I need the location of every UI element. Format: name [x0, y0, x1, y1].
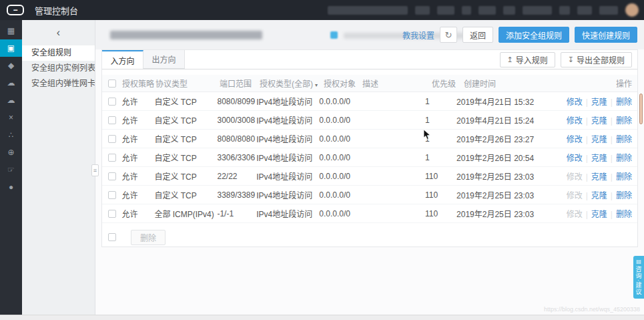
- filter-caret-icon[interactable]: ▾: [315, 82, 318, 88]
- row-checkbox[interactable]: [108, 191, 116, 199]
- import-rules-button[interactable]: ↥ 导入规则: [500, 52, 555, 67]
- action-separator: |: [611, 210, 613, 219]
- action-separator: |: [611, 172, 613, 182]
- edit-tag-icon[interactable]: [330, 31, 338, 39]
- sidebar-item-instances-in-group[interactable]: 安全组内实例列表: [22, 61, 95, 76]
- topbar-item-blurred[interactable]: [478, 6, 496, 15]
- topbar-item-blurred[interactable]: [523, 6, 552, 15]
- cell-created-time: 2019年4月21日 15:24: [456, 114, 567, 126]
- delete-link[interactable]: 删除: [616, 135, 632, 144]
- shield-icon[interactable]: ◆: [0, 57, 22, 74]
- upload-icon: ↥: [507, 55, 513, 64]
- topbar-item-blurred[interactable]: [503, 6, 515, 15]
- cloud-disk-icon[interactable]: ☁: [0, 92, 22, 109]
- cell-port-range: -1/-1: [217, 209, 256, 218]
- cell-protocol: 自定义 TCP: [154, 170, 217, 182]
- cell-port-range: 8080/8080: [217, 134, 256, 144]
- clone-link[interactable]: 克隆: [591, 191, 607, 200]
- topbar-item-blurred[interactable]: [577, 6, 592, 15]
- cloud-console-logo-icon[interactable]: −: [7, 5, 24, 15]
- action-separator: |: [586, 135, 588, 144]
- row-checkbox[interactable]: [108, 210, 116, 218]
- cell-policy: 允许: [121, 114, 154, 126]
- column-header-port: 端口范围: [220, 77, 260, 89]
- modify-link[interactable]: 修改: [567, 191, 583, 200]
- topbar-item-blurred[interactable]: [415, 6, 430, 15]
- table-body: 允许自定义 TCP8080/8099IPv4地址段访问0.0.0.0/01201…: [102, 92, 637, 223]
- clone-link[interactable]: 克隆: [591, 154, 607, 163]
- vertical-scrollbar-thumb[interactable]: [639, 94, 643, 124]
- row-checkbox-cell: [102, 98, 121, 106]
- cell-port-range: 3306/3306: [217, 153, 256, 162]
- modify-link[interactable]: 修改: [567, 98, 583, 107]
- teach-me-setup-link[interactable]: 教我设置: [402, 29, 434, 41]
- feedback-tab[interactable]: ▤ 咨询·建议: [633, 256, 644, 299]
- apps-grid-icon[interactable]: ▦: [0, 22, 22, 39]
- row-checkbox[interactable]: [108, 172, 116, 180]
- delete-link[interactable]: 删除: [616, 116, 632, 126]
- cell-protocol: 自定义 TCP: [154, 152, 217, 163]
- topbar-search-blurred[interactable]: [328, 6, 408, 15]
- modify-link[interactable]: 修改: [567, 135, 583, 144]
- clone-link[interactable]: 克隆: [591, 172, 607, 182]
- cell-policy: 允许: [121, 189, 154, 200]
- row-checkbox[interactable]: [108, 135, 116, 143]
- sidebar-item-enis-in-group[interactable]: 安全组内弹性网卡: [22, 76, 95, 92]
- sidebar: ‹ 安全组规则安全组内实例列表安全组内弹性网卡: [22, 20, 95, 315]
- topbar-item-blurred[interactable]: [437, 6, 454, 15]
- cell-auth-object: 0.0.0.0/0: [319, 153, 357, 162]
- add-security-group-rule-button[interactable]: 添加安全组规则: [499, 27, 569, 43]
- column-header-pri: 优先级: [432, 77, 464, 89]
- delete-link[interactable]: 删除: [616, 172, 632, 182]
- batch-delete-button[interactable]: 删除: [131, 230, 166, 245]
- cell-priority: 1: [425, 116, 456, 125]
- modify-link[interactable]: 修改: [567, 154, 583, 163]
- cloud-icon[interactable]: ☁: [0, 74, 22, 92]
- sidebar-resize-handle[interactable]: ≡: [91, 164, 99, 176]
- modify-link[interactable]: 修改: [567, 210, 583, 219]
- clone-link[interactable]: 克隆: [591, 210, 607, 219]
- delete-link[interactable]: 删除: [616, 191, 632, 200]
- refresh-button[interactable]: ↻: [440, 27, 457, 43]
- header-checkbox[interactable]: [108, 79, 116, 88]
- sidebar-item-security-group-rules[interactable]: 安全组规则: [22, 45, 95, 61]
- topbar-item-blurred[interactable]: [559, 6, 570, 15]
- user-avatar[interactable]: [625, 3, 639, 17]
- cell-created-time: 2019年2月26日 20:54: [456, 152, 567, 163]
- dot-circle-icon[interactable]: ●: [0, 178, 22, 196]
- delete-link[interactable]: 删除: [616, 210, 632, 219]
- row-checkbox[interactable]: [108, 98, 116, 106]
- tab-inbound[interactable]: 入方向: [102, 50, 143, 69]
- tab-outbound[interactable]: 出方向: [143, 50, 185, 69]
- row-checkbox[interactable]: [108, 154, 116, 162]
- action-separator: |: [586, 116, 588, 126]
- modify-link[interactable]: 修改: [567, 116, 583, 126]
- table-row: 允许自定义 TCP3389/3389IPv4地址段访问0.0.0.0/01102…: [102, 186, 637, 204]
- globe-icon[interactable]: ⊕: [0, 144, 22, 161]
- action-separator: |: [611, 154, 613, 163]
- modify-link[interactable]: 修改: [567, 172, 583, 182]
- quick-create-rule-button[interactable]: 快速创建规则: [575, 27, 637, 43]
- delete-link[interactable]: 删除: [616, 98, 632, 107]
- cell-auth-type: IPv4地址段访问: [256, 170, 319, 182]
- action-separator: |: [611, 135, 613, 144]
- topbar-item-blurred[interactable]: [462, 6, 471, 15]
- footer-checkbox[interactable]: [108, 233, 116, 241]
- delete-link[interactable]: 删除: [616, 154, 632, 163]
- network-nodes-icon[interactable]: ∴: [0, 126, 22, 144]
- clone-link[interactable]: 克隆: [591, 116, 607, 126]
- export-all-rules-button[interactable]: ↧ 导出全部规则: [561, 52, 632, 67]
- topbar-item-blurred[interactable]: [599, 6, 618, 15]
- back-button[interactable]: 返回: [462, 27, 493, 43]
- sidebar-collapse-icon[interactable]: ‹: [22, 20, 95, 45]
- cell-created-time: 2019年2月25日 23:03: [456, 170, 567, 182]
- hand-pointer-icon[interactable]: ☞: [0, 161, 22, 178]
- close-x-icon[interactable]: ×: [0, 109, 22, 126]
- cell-priority: 1: [425, 97, 456, 106]
- clone-link[interactable]: 克隆: [591, 135, 607, 144]
- console-title: 管理控制台: [35, 4, 78, 17]
- cell-protocol: 自定义 TCP: [154, 133, 217, 144]
- ecs-server-icon[interactable]: ▣: [0, 39, 22, 57]
- clone-link[interactable]: 克隆: [591, 98, 607, 107]
- row-checkbox[interactable]: [108, 116, 116, 124]
